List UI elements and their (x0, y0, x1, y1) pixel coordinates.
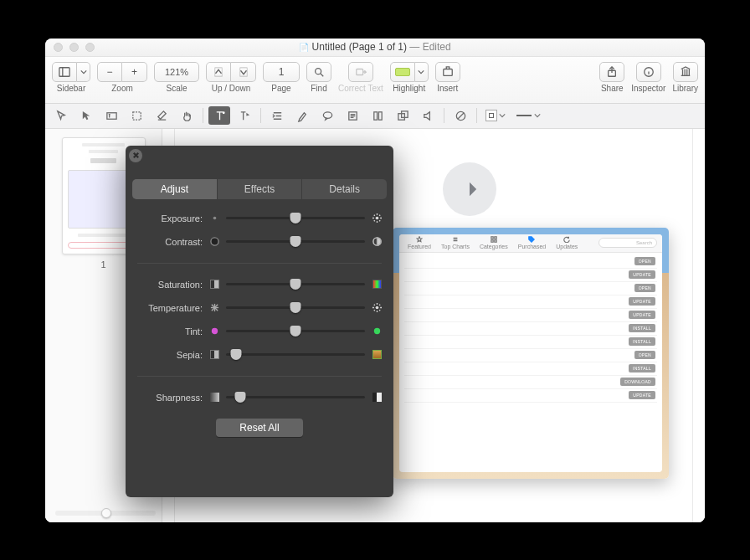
reset-all-button[interactable]: Reset All (216, 419, 302, 437)
svg-line-74 (379, 310, 380, 311)
slider-contrast[interactable]: Contrast: (137, 234, 382, 249)
circle-half-r-icon (372, 237, 382, 247)
page-icon[interactable] (342, 106, 363, 125)
app-row: INSTALL (404, 336, 657, 349)
app-action-button[interactable]: DOWNLOAD (620, 378, 655, 386)
slider-track[interactable] (226, 353, 365, 356)
close-dot[interactable] (54, 43, 63, 52)
svg-line-75 (379, 305, 380, 306)
appstore-search[interactable]: Search (598, 238, 657, 248)
thumb-scrollbar[interactable] (55, 511, 156, 516)
preview-window: 📄 Untitled (Page 1 of 1) — Edited Sideba… (45, 39, 705, 522)
slider-temperature[interactable]: Temperature: (137, 301, 382, 316)
app-action-button[interactable]: INSTALL (629, 324, 655, 332)
title-name: Untitled (Page 1 of 1) (312, 41, 407, 53)
svg-line-60 (379, 215, 380, 216)
nosign-icon[interactable] (449, 106, 471, 125)
inspector-button[interactable] (636, 62, 661, 82)
find-button[interactable] (306, 62, 331, 82)
arrow-icon[interactable] (75, 106, 97, 125)
appstore-tab-categories[interactable]: Categories (480, 236, 508, 249)
page-up-button[interactable] (206, 62, 231, 82)
insert-button[interactable] (435, 62, 460, 82)
popover-sliders: Exposure:Contrast:Saturation:Temperature… (126, 199, 393, 410)
svg-point-77 (211, 328, 217, 334)
embedded-appstore-window: FeaturedTop ChartsCategoriesPurchasedUpd… (393, 228, 669, 479)
dot-magenta-icon (209, 326, 219, 337)
comment-icon[interactable] (316, 106, 338, 125)
app-action-button[interactable]: UPDATE (629, 297, 655, 306)
doc-icon: 📄 (299, 43, 309, 52)
app-action-button[interactable]: INSTALL (629, 337, 655, 346)
slider-tint[interactable]: Tint: (137, 324, 382, 339)
page-down-button[interactable] (231, 62, 256, 82)
highlight-button[interactable] (390, 62, 415, 82)
popover-tab-effects[interactable]: Effects (218, 179, 303, 199)
app-action-button[interactable]: UPDATE (629, 270, 655, 279)
slider-track[interactable] (226, 240, 365, 243)
app-action-button[interactable]: UPDATE (629, 391, 655, 399)
textbox-icon[interactable] (100, 106, 122, 125)
share-button[interactable] (599, 62, 624, 82)
insert-label: Insert (437, 84, 458, 93)
snow-icon (209, 303, 219, 313)
zoom-in-button[interactable]: + (122, 62, 147, 82)
max-dot[interactable] (85, 43, 95, 52)
slider-sharpness[interactable]: Sharpness: (137, 390, 382, 405)
slider-label: Tint: (137, 326, 203, 337)
app-row: DOWNLOAD (404, 376, 657, 389)
sun-bright-icon (372, 213, 382, 223)
text-tool-icon[interactable] (208, 106, 230, 125)
svg-point-25 (222, 111, 224, 114)
slider-track[interactable] (226, 283, 365, 285)
appstore-tab-featured[interactable]: Featured (408, 236, 431, 249)
page-input[interactable]: 1 (263, 62, 300, 82)
popover-tab-details[interactable]: Details (302, 179, 387, 199)
cursor-icon[interactable] (50, 106, 72, 125)
layers-icon[interactable] (392, 106, 414, 125)
app-row: UPDATE (404, 295, 657, 309)
scale-label: Scale (166, 84, 187, 93)
popover-close-button[interactable] (129, 149, 142, 162)
svg-rect-0 (59, 67, 69, 76)
appstore-tab-purchased[interactable]: Purchased (518, 236, 546, 249)
marker-icon[interactable] (291, 106, 313, 125)
slider-sepia[interactable]: Sepia: (137, 347, 382, 362)
min-dot[interactable] (69, 43, 79, 52)
app-action-button[interactable]: UPDATE (629, 311, 655, 319)
app-action-button[interactable]: OPEN (634, 257, 655, 265)
sq-bw-icon (209, 350, 219, 360)
sidebar-button[interactable] (52, 62, 77, 82)
app-action-button[interactable]: OPEN (634, 351, 655, 359)
text-cursor-icon[interactable] (234, 106, 255, 125)
slider-track[interactable] (226, 330, 365, 332)
appstore-tab-updates[interactable]: Updates (556, 236, 578, 249)
eraser-icon[interactable] (151, 106, 172, 125)
library-button[interactable] (673, 62, 698, 82)
indent-icon[interactable] (266, 106, 288, 125)
popover-tab-adjust[interactable]: Adjust (132, 179, 218, 199)
slider-label: Sepia: (137, 350, 203, 360)
hand-icon[interactable] (176, 106, 198, 125)
sidebar-label: Sidebar (57, 84, 85, 93)
slider-track[interactable] (226, 306, 365, 309)
slider-track[interactable] (226, 396, 365, 398)
slider-saturation[interactable]: Saturation: (137, 277, 382, 292)
speaker-icon[interactable] (417, 106, 439, 125)
stroke-style-dropdown[interactable] (482, 106, 509, 125)
slider-track[interactable] (226, 217, 365, 219)
zoom-out-button[interactable]: − (97, 62, 122, 82)
scale-value[interactable]: 121% (154, 62, 199, 82)
share-label: Share (601, 84, 624, 93)
marquee-icon[interactable] (126, 106, 147, 125)
app-row: OPEN (404, 282, 657, 295)
appstore-tab-top-charts[interactable]: Top Charts (441, 236, 470, 249)
highlight-menu[interactable] (415, 62, 429, 82)
columns-icon[interactable] (367, 106, 388, 125)
slider-exposure[interactable]: Exposure: (137, 211, 382, 226)
line-style-dropdown[interactable] (512, 106, 544, 125)
app-action-button[interactable]: INSTALL (629, 364, 655, 372)
page-label: Page (271, 84, 290, 93)
app-action-button[interactable]: OPEN (634, 284, 655, 292)
sidebar-menu[interactable] (77, 62, 90, 82)
